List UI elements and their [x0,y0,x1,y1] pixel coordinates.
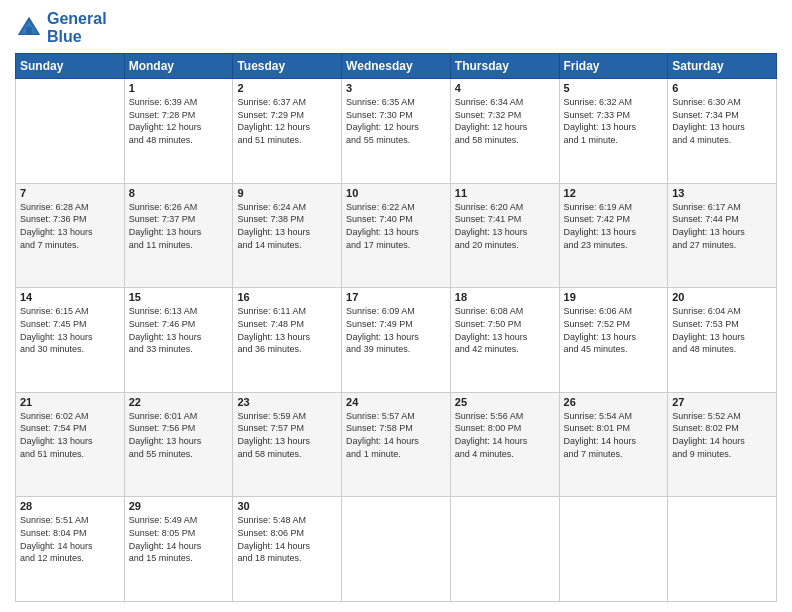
calendar-cell: 2Sunrise: 6:37 AM Sunset: 7:29 PM Daylig… [233,79,342,184]
day-info: Sunrise: 6:02 AM Sunset: 7:54 PM Dayligh… [20,410,120,460]
calendar-cell: 3Sunrise: 6:35 AM Sunset: 7:30 PM Daylig… [342,79,451,184]
day-info: Sunrise: 5:51 AM Sunset: 8:04 PM Dayligh… [20,514,120,564]
day-info: Sunrise: 5:59 AM Sunset: 7:57 PM Dayligh… [237,410,337,460]
day-info: Sunrise: 5:52 AM Sunset: 8:02 PM Dayligh… [672,410,772,460]
calendar-week-row: 1Sunrise: 6:39 AM Sunset: 7:28 PM Daylig… [16,79,777,184]
day-number: 2 [237,82,337,94]
calendar-week-row: 28Sunrise: 5:51 AM Sunset: 8:04 PM Dayli… [16,497,777,602]
day-info: Sunrise: 6:06 AM Sunset: 7:52 PM Dayligh… [564,305,664,355]
day-info: Sunrise: 6:28 AM Sunset: 7:36 PM Dayligh… [20,201,120,251]
day-info: Sunrise: 6:09 AM Sunset: 7:49 PM Dayligh… [346,305,446,355]
calendar-cell: 18Sunrise: 6:08 AM Sunset: 7:50 PM Dayli… [450,288,559,393]
calendar-cell: 14Sunrise: 6:15 AM Sunset: 7:45 PM Dayli… [16,288,125,393]
day-number: 8 [129,187,229,199]
day-number: 22 [129,396,229,408]
calendar-cell: 12Sunrise: 6:19 AM Sunset: 7:42 PM Dayli… [559,183,668,288]
day-info: Sunrise: 6:04 AM Sunset: 7:53 PM Dayligh… [672,305,772,355]
day-number: 15 [129,291,229,303]
day-number: 6 [672,82,772,94]
calendar-week-row: 7Sunrise: 6:28 AM Sunset: 7:36 PM Daylig… [16,183,777,288]
calendar-cell [450,497,559,602]
day-info: Sunrise: 6:32 AM Sunset: 7:33 PM Dayligh… [564,96,664,146]
page: General Blue SundayMondayTuesdayWednesda… [0,0,792,612]
day-info: Sunrise: 5:48 AM Sunset: 8:06 PM Dayligh… [237,514,337,564]
day-info: Sunrise: 6:19 AM Sunset: 7:42 PM Dayligh… [564,201,664,251]
calendar-cell: 4Sunrise: 6:34 AM Sunset: 7:32 PM Daylig… [450,79,559,184]
logo-icon [15,14,43,42]
col-header-friday: Friday [559,54,668,79]
day-number: 20 [672,291,772,303]
day-info: Sunrise: 6:35 AM Sunset: 7:30 PM Dayligh… [346,96,446,146]
calendar-cell: 30Sunrise: 5:48 AM Sunset: 8:06 PM Dayli… [233,497,342,602]
day-info: Sunrise: 6:30 AM Sunset: 7:34 PM Dayligh… [672,96,772,146]
calendar-table: SundayMondayTuesdayWednesdayThursdayFrid… [15,53,777,602]
day-info: Sunrise: 5:49 AM Sunset: 8:05 PM Dayligh… [129,514,229,564]
day-number: 30 [237,500,337,512]
day-number: 4 [455,82,555,94]
logo-general: General [47,10,107,27]
calendar-cell: 21Sunrise: 6:02 AM Sunset: 7:54 PM Dayli… [16,392,125,497]
day-number: 28 [20,500,120,512]
calendar-cell: 24Sunrise: 5:57 AM Sunset: 7:58 PM Dayli… [342,392,451,497]
day-info: Sunrise: 6:22 AM Sunset: 7:40 PM Dayligh… [346,201,446,251]
day-info: Sunrise: 5:56 AM Sunset: 8:00 PM Dayligh… [455,410,555,460]
calendar-cell: 26Sunrise: 5:54 AM Sunset: 8:01 PM Dayli… [559,392,668,497]
day-number: 18 [455,291,555,303]
calendar-cell: 27Sunrise: 5:52 AM Sunset: 8:02 PM Dayli… [668,392,777,497]
calendar-cell [342,497,451,602]
day-number: 26 [564,396,664,408]
calendar-cell: 13Sunrise: 6:17 AM Sunset: 7:44 PM Dayli… [668,183,777,288]
day-number: 5 [564,82,664,94]
header: General Blue [15,10,777,45]
calendar-cell: 25Sunrise: 5:56 AM Sunset: 8:00 PM Dayli… [450,392,559,497]
calendar-cell: 8Sunrise: 6:26 AM Sunset: 7:37 PM Daylig… [124,183,233,288]
day-number: 11 [455,187,555,199]
calendar-cell: 29Sunrise: 5:49 AM Sunset: 8:05 PM Dayli… [124,497,233,602]
day-number: 24 [346,396,446,408]
day-number: 14 [20,291,120,303]
day-info: Sunrise: 6:08 AM Sunset: 7:50 PM Dayligh… [455,305,555,355]
logo-text: General Blue [47,10,107,45]
day-info: Sunrise: 5:54 AM Sunset: 8:01 PM Dayligh… [564,410,664,460]
day-number: 13 [672,187,772,199]
day-number: 1 [129,82,229,94]
calendar-cell: 16Sunrise: 6:11 AM Sunset: 7:48 PM Dayli… [233,288,342,393]
calendar-cell: 10Sunrise: 6:22 AM Sunset: 7:40 PM Dayli… [342,183,451,288]
calendar-cell: 9Sunrise: 6:24 AM Sunset: 7:38 PM Daylig… [233,183,342,288]
day-info: Sunrise: 6:24 AM Sunset: 7:38 PM Dayligh… [237,201,337,251]
day-number: 10 [346,187,446,199]
calendar-cell: 19Sunrise: 6:06 AM Sunset: 7:52 PM Dayli… [559,288,668,393]
day-number: 19 [564,291,664,303]
day-info: Sunrise: 6:26 AM Sunset: 7:37 PM Dayligh… [129,201,229,251]
day-number: 12 [564,187,664,199]
calendar-cell: 20Sunrise: 6:04 AM Sunset: 7:53 PM Dayli… [668,288,777,393]
day-number: 16 [237,291,337,303]
day-number: 17 [346,291,446,303]
day-number: 3 [346,82,446,94]
day-info: Sunrise: 6:37 AM Sunset: 7:29 PM Dayligh… [237,96,337,146]
day-info: Sunrise: 6:13 AM Sunset: 7:46 PM Dayligh… [129,305,229,355]
col-header-tuesday: Tuesday [233,54,342,79]
day-info: Sunrise: 6:17 AM Sunset: 7:44 PM Dayligh… [672,201,772,251]
day-number: 23 [237,396,337,408]
day-number: 9 [237,187,337,199]
calendar-cell: 1Sunrise: 6:39 AM Sunset: 7:28 PM Daylig… [124,79,233,184]
calendar-cell [668,497,777,602]
calendar-week-row: 21Sunrise: 6:02 AM Sunset: 7:54 PM Dayli… [16,392,777,497]
col-header-monday: Monday [124,54,233,79]
calendar-cell: 23Sunrise: 5:59 AM Sunset: 7:57 PM Dayli… [233,392,342,497]
day-number: 21 [20,396,120,408]
col-header-sunday: Sunday [16,54,125,79]
day-info: Sunrise: 6:39 AM Sunset: 7:28 PM Dayligh… [129,96,229,146]
calendar-cell: 6Sunrise: 6:30 AM Sunset: 7:34 PM Daylig… [668,79,777,184]
calendar-cell: 28Sunrise: 5:51 AM Sunset: 8:04 PM Dayli… [16,497,125,602]
day-info: Sunrise: 6:34 AM Sunset: 7:32 PM Dayligh… [455,96,555,146]
calendar-cell [16,79,125,184]
calendar-cell: 22Sunrise: 6:01 AM Sunset: 7:56 PM Dayli… [124,392,233,497]
day-info: Sunrise: 6:20 AM Sunset: 7:41 PM Dayligh… [455,201,555,251]
calendar-cell: 17Sunrise: 6:09 AM Sunset: 7:49 PM Dayli… [342,288,451,393]
day-info: Sunrise: 5:57 AM Sunset: 7:58 PM Dayligh… [346,410,446,460]
calendar-cell: 11Sunrise: 6:20 AM Sunset: 7:41 PM Dayli… [450,183,559,288]
calendar-header-row: SundayMondayTuesdayWednesdayThursdayFrid… [16,54,777,79]
svg-rect-2 [26,26,32,34]
